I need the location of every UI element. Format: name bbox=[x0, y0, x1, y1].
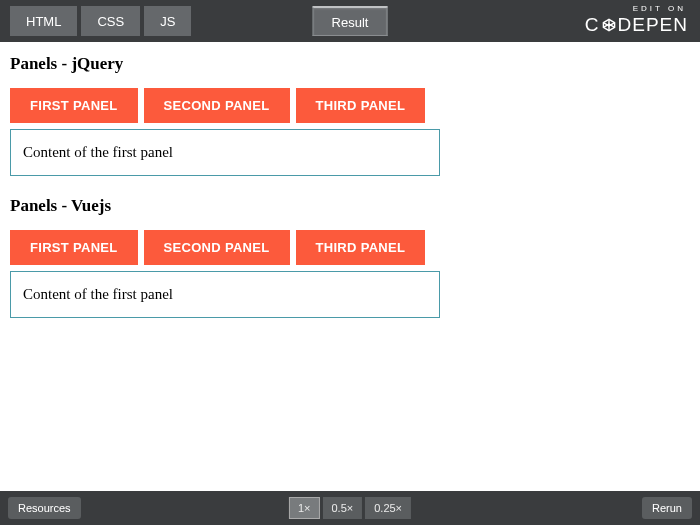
panel-tabs-jquery: FIRST PANEL SECOND PANEL THIRD PANEL bbox=[10, 88, 690, 123]
panel-content: Content of the first panel bbox=[10, 129, 440, 176]
bottom-bar: Resources 1× 0.5× 0.25× Rerun bbox=[0, 491, 700, 525]
resources-button[interactable]: Resources bbox=[8, 497, 81, 519]
panel-tab-third[interactable]: THIRD PANEL bbox=[296, 88, 426, 123]
result-pane: Panels - jQuery FIRST PANEL SECOND PANEL… bbox=[0, 42, 700, 491]
rerun-button[interactable]: Rerun bbox=[642, 497, 692, 519]
edit-on-label: EDIT ON bbox=[633, 4, 686, 13]
codepen-logo-link[interactable]: C DEPEN bbox=[585, 14, 688, 36]
zoom-1x[interactable]: 1× bbox=[289, 497, 320, 519]
codepen-cube-icon bbox=[601, 17, 617, 33]
panel-tab-second[interactable]: SECOND PANEL bbox=[144, 230, 290, 265]
section-title: Panels - jQuery bbox=[10, 54, 690, 74]
panel-tab-second[interactable]: SECOND PANEL bbox=[144, 88, 290, 123]
panel-tab-first[interactable]: FIRST PANEL bbox=[10, 230, 138, 265]
panel-content: Content of the first panel bbox=[10, 271, 440, 318]
logo-rest: DEPEN bbox=[618, 14, 688, 36]
panel-tab-third[interactable]: THIRD PANEL bbox=[296, 230, 426, 265]
tab-css[interactable]: CSS bbox=[81, 6, 140, 36]
top-bar: HTML CSS JS Result EDIT ON C DEPEN bbox=[0, 0, 700, 42]
zoom-group: 1× 0.5× 0.25× bbox=[289, 497, 411, 519]
panel-tabs-vuejs: FIRST PANEL SECOND PANEL THIRD PANEL bbox=[10, 230, 690, 265]
zoom-025x[interactable]: 0.25× bbox=[365, 497, 411, 519]
zoom-05x[interactable]: 0.5× bbox=[322, 497, 362, 519]
logo-letter-c: C bbox=[585, 14, 600, 36]
tab-result[interactable]: Result bbox=[313, 6, 388, 36]
tab-html[interactable]: HTML bbox=[10, 6, 77, 36]
section-title: Panels - Vuejs bbox=[10, 196, 690, 216]
tab-js[interactable]: JS bbox=[144, 6, 191, 36]
panel-tab-first[interactable]: FIRST PANEL bbox=[10, 88, 138, 123]
